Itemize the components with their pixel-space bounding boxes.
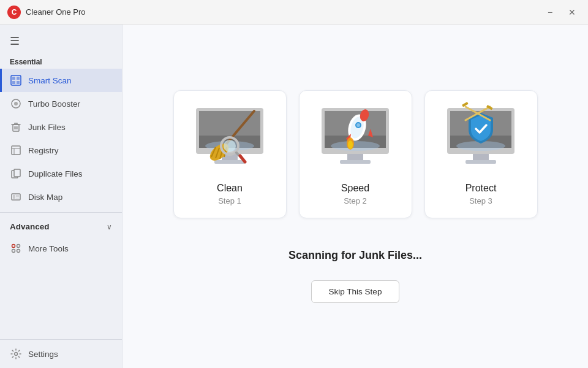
minimize-button[interactable]: − [541, 4, 559, 21]
clean-card-title: Clean [217, 183, 243, 194]
scanning-status-text: Scanning for Junk Files... [288, 249, 422, 262]
protect-card: Protect Step 3 [424, 90, 538, 218]
svg-point-23 [17, 245, 20, 248]
app-body: ☰ Essential Smart Scan [0, 25, 588, 368]
app-logo: C [7, 6, 21, 19]
advanced-section-label: Advanced [10, 222, 50, 231]
protect-card-step: Step 3 [469, 196, 492, 205]
svg-point-26 [15, 353, 18, 356]
sidebar-item-junk-files[interactable]: Junk Files [0, 115, 122, 139]
sidebar-item-smart-scan[interactable]: Smart Scan [0, 69, 122, 92]
sidebar: ☰ Essential Smart Scan [0, 25, 123, 368]
turbo-booster-label: Turbo Booster [28, 99, 80, 109]
svg-point-57 [348, 140, 353, 149]
svg-rect-31 [214, 160, 245, 164]
sidebar-item-settings[interactable]: Settings [0, 342, 122, 366]
clean-card-image [184, 101, 276, 174]
sidebar-item-more-tools[interactable]: More Tools [0, 237, 122, 260]
sidebar-divider [0, 212, 122, 213]
close-button[interactable]: ✕ [564, 4, 581, 21]
smart-scan-icon [10, 74, 22, 86]
registry-icon [10, 144, 22, 156]
protect-card-image [435, 101, 527, 174]
more-tools-icon [10, 242, 22, 255]
svg-rect-6 [17, 81, 20, 84]
speed-card: Speed Step 2 [299, 90, 412, 218]
svg-text:C: C [12, 8, 17, 17]
svg-point-40 [224, 140, 236, 152]
svg-rect-19 [13, 195, 15, 199]
speed-card-step: Step 2 [344, 196, 367, 205]
svg-rect-47 [340, 160, 371, 164]
window-controls: − ✕ [541, 4, 581, 21]
advanced-section-header[interactable]: Advanced ∨ [0, 217, 122, 237]
app-title: Cleaner One Pro [26, 7, 541, 17]
svg-point-22 [12, 245, 15, 248]
cards-row: Clean Step 1 [173, 90, 538, 218]
svg-point-53 [356, 123, 360, 127]
clean-card-step: Step 1 [218, 196, 241, 205]
svg-point-25 [17, 250, 20, 253]
hamburger-icon: ☰ [10, 35, 20, 47]
junk-files-icon [10, 121, 22, 133]
sidebar-item-disk-map[interactable]: Disk Map [0, 185, 122, 209]
settings-label: Settings [28, 350, 58, 359]
protect-card-title: Protect [466, 183, 497, 194]
svg-rect-21 [16, 197, 19, 199]
junk-files-label: Junk Files [28, 123, 66, 132]
smart-scan-label: Smart Scan [28, 76, 72, 85]
svg-rect-17 [14, 169, 20, 177]
svg-rect-3 [12, 77, 15, 80]
duplicate-files-label: Duplicate Files [28, 169, 83, 178]
sidebar-item-turbo-booster[interactable]: Turbo Booster [0, 92, 122, 115]
svg-rect-13 [12, 146, 20, 155]
essential-section-label: Essential [0, 53, 122, 69]
svg-point-24 [12, 250, 15, 253]
sidebar-item-registry[interactable]: Registry [0, 139, 122, 162]
settings-icon [10, 348, 22, 360]
registry-label: Registry [28, 146, 59, 155]
sidebar-bottom: Settings [0, 339, 122, 368]
speed-card-image [309, 101, 401, 174]
svg-rect-5 [12, 81, 15, 84]
svg-rect-61 [473, 154, 489, 160]
speed-card-title: Speed [341, 183, 369, 194]
duplicate-files-icon [10, 167, 22, 180]
svg-rect-4 [17, 77, 20, 80]
clean-card: Clean Step 1 [173, 90, 287, 218]
main-content: Clean Step 1 [123, 25, 588, 368]
skip-button[interactable]: Skip This Step [311, 280, 400, 303]
more-tools-label: More Tools [28, 244, 69, 253]
svg-rect-62 [466, 160, 496, 164]
hamburger-menu[interactable]: ☰ [0, 25, 122, 53]
svg-rect-20 [16, 195, 19, 197]
svg-point-48 [331, 141, 380, 151]
svg-point-8 [14, 102, 18, 105]
chevron-down-icon: ∨ [107, 223, 112, 231]
sidebar-item-duplicate-files[interactable]: Duplicate Files [0, 162, 122, 185]
disk-map-icon [10, 191, 22, 203]
titlebar: C Cleaner One Pro − ✕ [0, 0, 588, 25]
turbo-booster-icon [10, 98, 22, 110]
svg-rect-46 [347, 154, 363, 160]
disk-map-label: Disk Map [28, 193, 62, 202]
